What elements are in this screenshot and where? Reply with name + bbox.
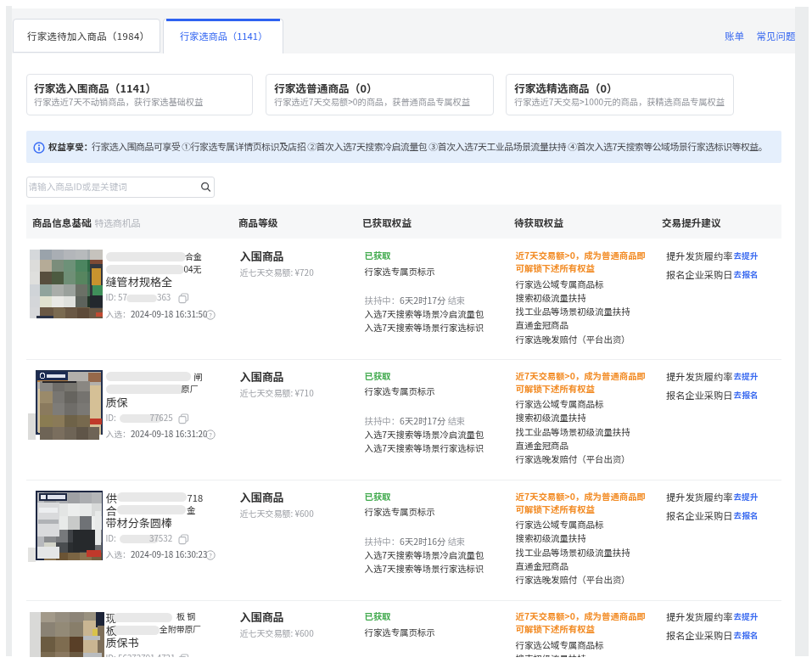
svg-text:?: ?	[209, 550, 212, 559]
svg-text:?: ?	[209, 430, 212, 439]
svg-text:?: ?	[209, 310, 212, 319]
